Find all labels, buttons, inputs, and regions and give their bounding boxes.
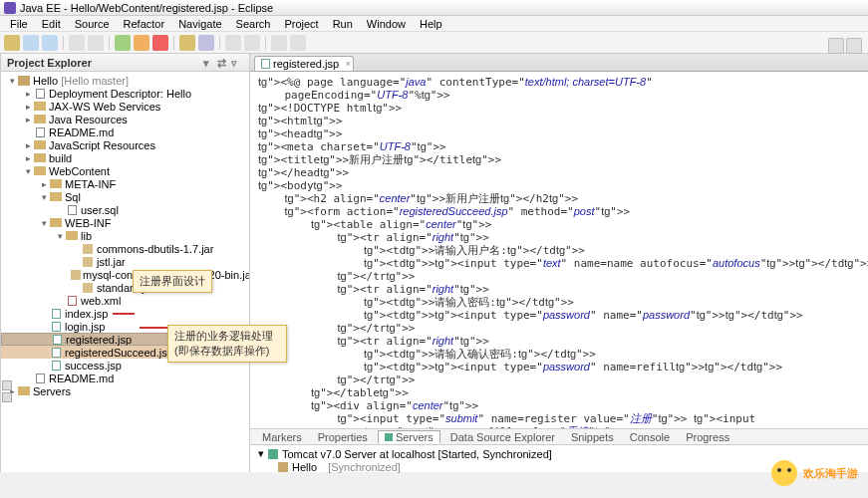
tree-sql[interactable]: ▾Sql: [1, 190, 249, 203]
callout-design: 注册界面设计: [133, 270, 212, 293]
tree-metainf[interactable]: ▸META-INF: [1, 177, 249, 190]
server-row-tomcat[interactable]: ▾Tomcat v7.0 Server at localhost [Starte…: [258, 447, 868, 460]
smiley-icon: [771, 460, 797, 486]
jsp-icon: [261, 59, 270, 69]
tab-properties[interactable]: Properties: [312, 431, 374, 443]
module-icon: [278, 462, 288, 472]
trim-stack: [2, 380, 12, 402]
menu-search[interactable]: Search: [230, 18, 277, 30]
tree-js-resources[interactable]: ▸JavaScript Resources: [1, 138, 249, 151]
main-toolbar: [0, 32, 868, 54]
tree-build[interactable]: ▸build: [1, 151, 249, 164]
server-icon: [385, 433, 393, 441]
tab-markers[interactable]: Markers: [256, 431, 308, 443]
tree-webcontent[interactable]: ▾WebContent: [1, 164, 249, 177]
window-titlebar: Java EE - Hello/WebContent/registered.js…: [0, 0, 868, 16]
editor-tabs: registered.jsp ×: [250, 54, 868, 72]
tree-webxml[interactable]: web.xml: [1, 294, 249, 307]
tree-jar-jstl[interactable]: jstl.jar: [1, 255, 249, 268]
new-button[interactable]: [4, 35, 20, 51]
nav-back-button[interactable]: [271, 35, 287, 51]
project-explorer-view: Project Explorer ▾ ⇄ ▿ ▾Hello [Hello mas…: [1, 54, 250, 472]
editor-area: registered.jsp × tg"><%@ page language="…: [250, 54, 868, 472]
callout-logic: 注册的业务逻辑处理(即保存数据库操作): [167, 325, 287, 363]
tree-webinf[interactable]: ▾WEB-INF: [1, 216, 249, 229]
menu-file[interactable]: File: [4, 18, 34, 30]
callout-arrow-2: [140, 327, 167, 329]
menu-help[interactable]: Help: [414, 18, 448, 30]
perspective-java-icon[interactable]: [846, 38, 862, 54]
tree-readme2[interactable]: README.md: [1, 372, 249, 384]
project-explorer-header: Project Explorer ▾ ⇄ ▿: [1, 54, 249, 72]
editor-tab-registered[interactable]: registered.jsp ×: [254, 56, 354, 71]
eclipse-icon: [4, 2, 16, 14]
menu-window[interactable]: Window: [361, 18, 412, 30]
tab-console[interactable]: Console: [624, 431, 676, 443]
run-button[interactable]: [115, 35, 131, 51]
code-editor[interactable]: tg"><%@ page language="java" contentType…: [250, 72, 868, 428]
menu-project[interactable]: Project: [278, 18, 324, 30]
nav-fwd-button[interactable]: [290, 35, 306, 51]
search-button[interactable]: [225, 35, 241, 51]
tab-servers[interactable]: Servers: [378, 430, 440, 443]
project-explorer-title: Project Explorer: [7, 57, 92, 69]
save-all-button[interactable]: [42, 35, 58, 51]
outline-icon[interactable]: [2, 380, 12, 390]
save-button[interactable]: [23, 35, 39, 51]
annotation-button[interactable]: [244, 35, 260, 51]
tree-readme[interactable]: README.md: [1, 125, 249, 138]
menu-run[interactable]: Run: [327, 18, 359, 30]
tree-servers[interactable]: ▸Servers: [1, 384, 249, 397]
tree-project-hello[interactable]: ▾Hello [Hello master]: [1, 74, 249, 87]
tree-java-resources[interactable]: ▸Java Resources: [1, 113, 249, 125]
watermark-text: 欢乐淘手游: [803, 466, 858, 481]
tab-progress[interactable]: Progress: [680, 431, 735, 443]
menu-refactor[interactable]: Refactor: [118, 18, 171, 30]
debug-button[interactable]: [134, 35, 149, 51]
view-menu-icon[interactable]: ▿: [231, 57, 243, 69]
perspective-switcher: [828, 38, 862, 54]
tab-snippets[interactable]: Snippets: [565, 431, 620, 443]
tree-jar-dbutils[interactable]: commons-dbutils-1.7.jar: [1, 242, 249, 255]
bottom-view-tabs: Markers Properties Servers Data Source E…: [250, 428, 868, 444]
open-type-button[interactable]: [198, 35, 214, 51]
redo-button[interactable]: [88, 35, 104, 51]
watermark: 欢乐淘手游: [771, 460, 858, 486]
tasklist-icon[interactable]: [2, 392, 12, 402]
tomcat-icon: [268, 449, 278, 459]
undo-button[interactable]: [69, 35, 85, 51]
link-editor-icon[interactable]: ⇄: [217, 57, 229, 69]
collapse-all-icon[interactable]: ▾: [203, 57, 215, 69]
tab-dse[interactable]: Data Source Explorer: [444, 431, 561, 443]
close-tab-icon[interactable]: ×: [346, 59, 351, 69]
tree-usersql[interactable]: user.sql: [1, 203, 249, 216]
callout-arrow-1: [113, 313, 135, 315]
tree-deployment-descriptor[interactable]: ▸Deployment Descriptor: Hello: [1, 87, 249, 100]
perspective-jee-icon[interactable]: [828, 38, 844, 54]
tree-lib[interactable]: ▾lib: [1, 229, 249, 242]
stop-button[interactable]: [152, 35, 168, 51]
menu-source[interactable]: Source: [69, 18, 116, 30]
tree-jaxws[interactable]: ▸JAX-WS Web Services: [1, 100, 249, 113]
editor-tab-label: registered.jsp: [273, 58, 339, 70]
menu-edit[interactable]: Edit: [36, 18, 67, 30]
window-title: Java EE - Hello/WebContent/registered.js…: [20, 2, 273, 14]
menubar: File Edit Source Refactor Navigate Searc…: [0, 16, 868, 32]
new-server-button[interactable]: [179, 35, 195, 51]
menu-navigate[interactable]: Navigate: [172, 18, 227, 30]
